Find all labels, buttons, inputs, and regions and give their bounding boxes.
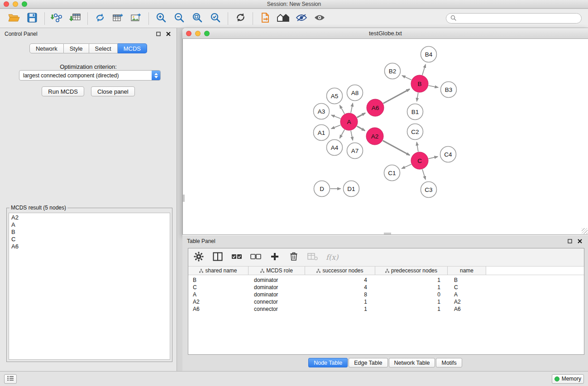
close-panel-icon[interactable] bbox=[165, 30, 172, 38]
open-session-button[interactable] bbox=[6, 11, 22, 26]
column-header-successor-nodes[interactable]: successor nodes bbox=[305, 267, 375, 275]
tab-edge-table[interactable]: Edge Table bbox=[349, 358, 387, 367]
float-panel-icon[interactable] bbox=[155, 30, 162, 38]
vertical-scrollbar-nub[interactable] bbox=[183, 195, 185, 202]
search-field[interactable] bbox=[446, 13, 582, 24]
close-panel-button[interactable]: Close panel bbox=[91, 86, 135, 96]
graph-edge[interactable] bbox=[429, 157, 438, 159]
run-mcds-button[interactable]: Run MCDS bbox=[42, 86, 84, 96]
column-header-mcds-role[interactable]: MCDS role bbox=[249, 267, 305, 275]
graph-node-A[interactable]: A bbox=[340, 113, 358, 130]
graph-node-C[interactable]: C bbox=[411, 152, 428, 169]
mcds-result-list[interactable]: A2ABCA6 bbox=[9, 213, 170, 360]
graph-node-A8[interactable]: A8 bbox=[347, 85, 363, 101]
graph-edge[interactable] bbox=[383, 89, 410, 104]
mcds-result-item[interactable]: C bbox=[9, 236, 170, 243]
network-graph[interactable]: B4B2BB3B1A5A8A6A3AA1A2C2A4A7C4CC1C3DD1 bbox=[183, 39, 588, 234]
column-header-shared-name[interactable]: shared name bbox=[188, 267, 249, 275]
close-panel-icon[interactable] bbox=[576, 238, 583, 245]
graph-node-A7[interactable]: A7 bbox=[347, 143, 363, 159]
optimization-criterion-dropdown[interactable]: largest connected component (directed) bbox=[19, 70, 161, 81]
refresh-view-button[interactable] bbox=[233, 11, 248, 26]
mcds-result-item[interactable]: B bbox=[9, 229, 170, 236]
network-window-titlebar[interactable]: testGlobe.txt bbox=[182, 28, 588, 39]
resize-grip[interactable] bbox=[582, 228, 588, 234]
tab-network[interactable]: Network bbox=[29, 43, 64, 53]
graph-node-A6[interactable]: A6 bbox=[367, 99, 384, 116]
graph-node-C2[interactable]: C2 bbox=[407, 124, 423, 140]
zoom-out-button[interactable] bbox=[172, 11, 187, 26]
select-columns-button[interactable] bbox=[212, 252, 224, 263]
graph-edge[interactable] bbox=[402, 164, 411, 168]
column-header-name[interactable]: name bbox=[448, 267, 486, 275]
delete-column-button[interactable] bbox=[288, 252, 300, 263]
graph-node-B4[interactable]: B4 bbox=[421, 47, 437, 62]
mcds-result-item[interactable]: A bbox=[9, 221, 170, 229]
graph-node-A4[interactable]: A4 bbox=[327, 140, 343, 156]
zoom-in-button[interactable] bbox=[153, 11, 169, 26]
deselect-all-button[interactable] bbox=[250, 252, 262, 263]
graph-node-B[interactable]: B bbox=[411, 75, 428, 92]
network-modify-button[interactable] bbox=[92, 11, 108, 26]
graph-edge[interactable] bbox=[422, 64, 425, 75]
graph-node-A2[interactable]: A2 bbox=[366, 128, 383, 145]
mcds-result-item[interactable]: A6 bbox=[9, 243, 170, 250]
zoom-selected-button[interactable] bbox=[208, 11, 223, 26]
tab-network-table[interactable]: Network Table bbox=[389, 358, 435, 367]
export-image-button[interactable] bbox=[129, 11, 144, 26]
network-canvas[interactable]: B4B2BB3B1A5A8A6A3AA1A2C2A4A7C4CC1C3DD1 bbox=[182, 39, 588, 235]
save-session-button[interactable] bbox=[24, 11, 40, 26]
graph-edge[interactable] bbox=[357, 126, 365, 131]
export-table-button[interactable] bbox=[110, 11, 126, 26]
graph-node-C3[interactable]: C3 bbox=[421, 182, 437, 198]
select-all-button[interactable] bbox=[231, 252, 243, 263]
graphics-details-button[interactable] bbox=[294, 11, 309, 26]
graph-edge[interactable] bbox=[331, 125, 341, 129]
graph-node-C1[interactable]: C1 bbox=[384, 165, 400, 181]
table-row[interactable]: Adominator80A bbox=[188, 291, 584, 298]
graph-node-A5[interactable]: A5 bbox=[327, 88, 343, 104]
graph-edge[interactable] bbox=[340, 129, 345, 138]
table-row[interactable]: A2connector11A2 bbox=[188, 298, 584, 305]
graph-edge[interactable] bbox=[357, 113, 365, 118]
mcds-result-item[interactable]: A2 bbox=[9, 214, 170, 221]
session-document-button[interactable] bbox=[258, 11, 273, 26]
tab-select[interactable]: Select bbox=[89, 43, 118, 53]
show-panels-button[interactable] bbox=[4, 374, 17, 384]
home-view-button[interactable] bbox=[276, 11, 291, 26]
tab-motifs[interactable]: Motifs bbox=[436, 358, 462, 367]
function-builder-button[interactable]: f(x) bbox=[326, 252, 338, 263]
import-table-button[interactable] bbox=[67, 11, 83, 26]
memory-button[interactable]: Memory bbox=[552, 374, 584, 384]
float-panel-icon[interactable] bbox=[566, 238, 574, 245]
graph-edge[interactable] bbox=[351, 131, 353, 140]
zoom-fit-button[interactable] bbox=[190, 11, 205, 26]
create-column-button[interactable] bbox=[269, 252, 281, 263]
graph-edge[interactable] bbox=[340, 105, 345, 114]
graph-node-B3[interactable]: B3 bbox=[441, 82, 457, 98]
graph-node-D[interactable]: D bbox=[314, 181, 330, 197]
graph-edge[interactable] bbox=[422, 169, 425, 179]
graph-edge[interactable] bbox=[429, 86, 438, 87]
delete-table-button[interactable] bbox=[307, 252, 319, 263]
graph-edge[interactable] bbox=[351, 103, 353, 113]
graph-node-A1[interactable]: A1 bbox=[314, 125, 330, 141]
graph-node-C4[interactable]: C4 bbox=[440, 147, 456, 162]
node-table-body[interactable]: Bdominator41BCdominator41CAdominator80AA… bbox=[188, 275, 584, 354]
table-row[interactable]: A6connector11A6 bbox=[188, 305, 584, 313]
graph-node-B2[interactable]: B2 bbox=[385, 63, 401, 79]
graph-node-D1[interactable]: D1 bbox=[344, 181, 359, 197]
tab-node-table[interactable]: Node Table bbox=[308, 358, 348, 367]
graph-edge[interactable] bbox=[417, 142, 418, 152]
graph-edge[interactable] bbox=[402, 76, 411, 80]
search-input[interactable] bbox=[459, 15, 577, 22]
graph-edge[interactable] bbox=[417, 93, 418, 101]
graph-node-B1[interactable]: B1 bbox=[407, 104, 423, 120]
table-row[interactable]: Cdominator41C bbox=[188, 284, 584, 291]
table-settings-button[interactable] bbox=[193, 252, 205, 263]
tab-mcds[interactable]: MCDS bbox=[118, 43, 147, 53]
graph-edge[interactable] bbox=[383, 141, 410, 155]
horizontal-scrollbar-nub[interactable] bbox=[384, 233, 391, 234]
import-network-button[interactable] bbox=[49, 11, 65, 26]
graph-node-A3[interactable]: A3 bbox=[314, 104, 330, 119]
